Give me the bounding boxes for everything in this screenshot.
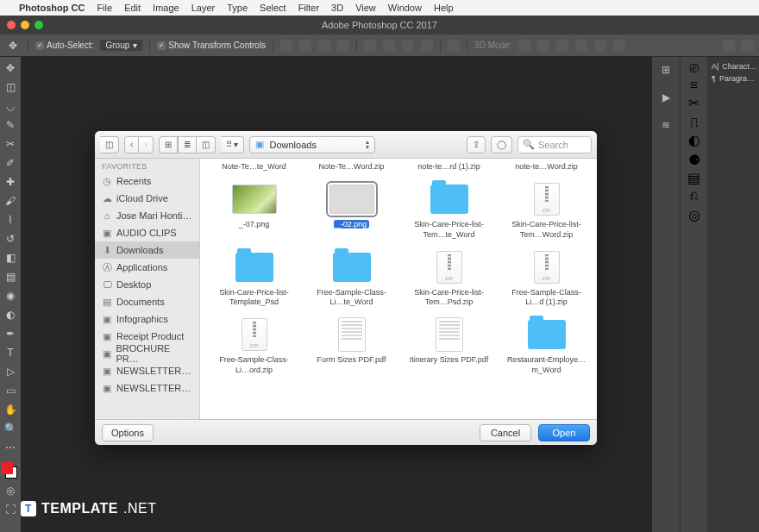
libraries-icon[interactable]: ≡ xyxy=(690,78,698,93)
menu-image[interactable]: Image xyxy=(153,3,179,13)
crop-tool-icon[interactable]: ✂ xyxy=(3,136,18,152)
distribute-icon[interactable] xyxy=(402,40,414,52)
3d-icon[interactable] xyxy=(594,40,606,52)
sidebar-item-audio-clips[interactable]: ▣AUDIO CLIPS xyxy=(95,224,199,241)
sidebar-item-downloads[interactable]: ⬇Downloads xyxy=(95,241,199,259)
edit-toolbar-icon[interactable]: ⋯ xyxy=(3,440,18,455)
view-icons-button[interactable]: ⊞ xyxy=(159,136,178,153)
menu-type[interactable]: Type xyxy=(227,3,248,13)
cancel-button[interactable]: Cancel xyxy=(480,424,531,441)
sidebar-item-applications[interactable]: ⒶApplications xyxy=(95,259,199,276)
quick-mask-icon[interactable]: ◎ xyxy=(3,483,18,498)
auto-select-checkbox[interactable]: ✓Auto-Select: xyxy=(35,41,93,50)
3d-icon[interactable] xyxy=(575,40,587,52)
zoom-tool-icon[interactable]: 🔍 xyxy=(3,421,18,436)
distribute-icon[interactable] xyxy=(364,40,376,52)
swatches-icon[interactable]: ⚈ xyxy=(688,152,700,168)
file-grid[interactable]: Note-Te…te_WordNote-Te…Word.zipnote-te…r… xyxy=(200,159,597,419)
sidebar-toggle-group[interactable]: ◫ xyxy=(100,136,119,153)
menu-3d[interactable]: 3D xyxy=(331,3,343,13)
tab-character[interactable]: A|Charact… xyxy=(707,60,759,72)
file-item[interactable]: Restaurant-Employe…m_Word xyxy=(499,314,593,375)
play-icon[interactable]: ▶ xyxy=(656,88,675,107)
styles-icon[interactable]: ◐ xyxy=(688,132,700,148)
adjust-icon[interactable]: ✂ xyxy=(688,95,699,111)
dodge-tool-icon[interactable]: ◐ xyxy=(3,307,18,322)
quick-select-tool-icon[interactable]: ✎ xyxy=(3,117,18,133)
search-icon[interactable] xyxy=(723,40,735,52)
healing-tool-icon[interactable]: ✚ xyxy=(3,174,18,190)
open-button[interactable]: Open xyxy=(538,424,590,441)
3d-icon[interactable] xyxy=(537,40,549,52)
sidebar-item-documents[interactable]: ▤Documents xyxy=(95,293,199,310)
move-tool-icon[interactable]: ✥ xyxy=(3,60,18,76)
file-item[interactable]: ZIPFree-Sample-Class-Li…ord.zip xyxy=(207,314,301,375)
file-item[interactable]: Free-Sample-Class-Li…te_Word xyxy=(304,247,398,308)
view-columns-button[interactable]: ◫ xyxy=(197,136,216,153)
menu-view[interactable]: View xyxy=(355,3,376,13)
file-item[interactable]: Itinerary Sizes PDF.pdf xyxy=(402,314,496,375)
brush-panel-icon[interactable]: ⎍ xyxy=(690,115,699,130)
file-item[interactable]: Note-Te…Word.zip xyxy=(304,162,398,172)
sidebar-item-newsletter-[interactable]: ▣NEWSLETTER… xyxy=(95,379,199,397)
brush-tool-icon[interactable]: 🖌 xyxy=(3,193,18,209)
3d-icon[interactable] xyxy=(613,40,625,52)
sidebar-item-recents[interactable]: ◷Recents xyxy=(95,172,199,190)
sidebar-item-newsletter-[interactable]: ▣NEWSLETTER… xyxy=(95,362,199,379)
history-brush-icon[interactable]: ↺ xyxy=(3,231,18,247)
search-input[interactable]: 🔍 Search xyxy=(518,136,592,153)
eyedropper-tool-icon[interactable]: ✐ xyxy=(3,155,18,171)
screen-mode-icon[interactable]: ⛶ xyxy=(3,502,18,517)
file-item[interactable]: Skin-Care-Price-list-Template_Psd xyxy=(207,247,301,308)
location-dropdown[interactable]: ▣ Downloads ▴▾ xyxy=(249,136,375,153)
options-button[interactable]: Options xyxy=(102,424,154,441)
menu-filter[interactable]: Filter xyxy=(298,3,319,13)
sidebar-item-receipt-product[interactable]: ▣Receipt Product xyxy=(95,328,199,345)
menu-file[interactable]: File xyxy=(97,3,112,13)
distribute-icon[interactable] xyxy=(421,40,433,52)
pen-tool-icon[interactable]: ✒ xyxy=(3,326,18,341)
sidebar-item-icloud-drive[interactable]: ☁iCloud Drive xyxy=(95,190,199,207)
file-item[interactable]: note-te…rd (1).zip xyxy=(402,162,496,172)
file-item[interactable]: _-07.png xyxy=(207,178,301,240)
show-transform-checkbox[interactable]: ✓Show Transform Controls xyxy=(157,41,266,50)
align-icon[interactable] xyxy=(318,40,330,52)
properties-icon[interactable]: ⎚ xyxy=(690,60,699,76)
lasso-tool-icon[interactable]: ◡ xyxy=(3,98,18,114)
sidebar-item-jose-mari-honti-[interactable]: ⌂Jose Mari Honti… xyxy=(95,207,199,224)
sidebar-toggle-icon[interactable]: ◫ xyxy=(100,136,119,153)
menu-help[interactable]: Help xyxy=(434,3,454,13)
workspace-icon[interactable] xyxy=(742,40,754,52)
file-item[interactable]: Form Sizes PDF.pdf xyxy=(304,314,398,375)
back-button[interactable]: ‹ xyxy=(124,136,139,153)
layers-icon[interactable]: ≋ xyxy=(656,116,675,135)
tab-paragraph[interactable]: ¶Paragra… xyxy=(707,72,759,84)
more-icon[interactable] xyxy=(448,40,460,52)
menubar-app-name[interactable]: Photoshop CC xyxy=(19,3,85,13)
eraser-tool-icon[interactable]: ◧ xyxy=(3,250,18,266)
foreground-color[interactable] xyxy=(1,462,13,474)
file-item[interactable]: Skin-Care-Price-list-Tem…te_Word xyxy=(402,178,496,240)
channels-icon[interactable]: ▤ xyxy=(687,170,700,186)
forward-button[interactable]: › xyxy=(139,136,153,153)
color-swatch[interactable] xyxy=(3,464,18,479)
stamp-tool-icon[interactable]: ⌇ xyxy=(3,212,18,228)
share-button[interactable]: ⇪ xyxy=(467,136,486,153)
menu-window[interactable]: Window xyxy=(388,3,422,13)
sidebar-item-brochure-pr-[interactable]: ▣BROCHURE PR… xyxy=(95,345,199,362)
menu-select[interactable]: Select xyxy=(260,3,286,13)
file-item[interactable]: Note-Te…te_Word xyxy=(207,162,301,172)
hand-tool-icon[interactable]: ✋ xyxy=(3,402,18,417)
paths-icon[interactable]: ⎌ xyxy=(690,188,699,203)
tags-button[interactable]: ◯ xyxy=(491,136,512,153)
menu-edit[interactable]: Edit xyxy=(124,3,141,13)
shape-tool-icon[interactable]: ▭ xyxy=(3,383,18,398)
cc-icon[interactable]: ◎ xyxy=(688,207,700,223)
3d-icon[interactable] xyxy=(556,40,568,52)
path-tool-icon[interactable]: ▷ xyxy=(3,364,18,379)
file-item[interactable]: note-te…Word.zip xyxy=(499,162,593,172)
blur-tool-icon[interactable]: ◉ xyxy=(3,288,18,304)
file-item[interactable]: _-02.png xyxy=(304,178,398,240)
view-list-button[interactable]: ≣ xyxy=(178,136,197,153)
file-item[interactable]: ZIPFree-Sample-Class-Li…d (1).zip xyxy=(499,247,593,308)
